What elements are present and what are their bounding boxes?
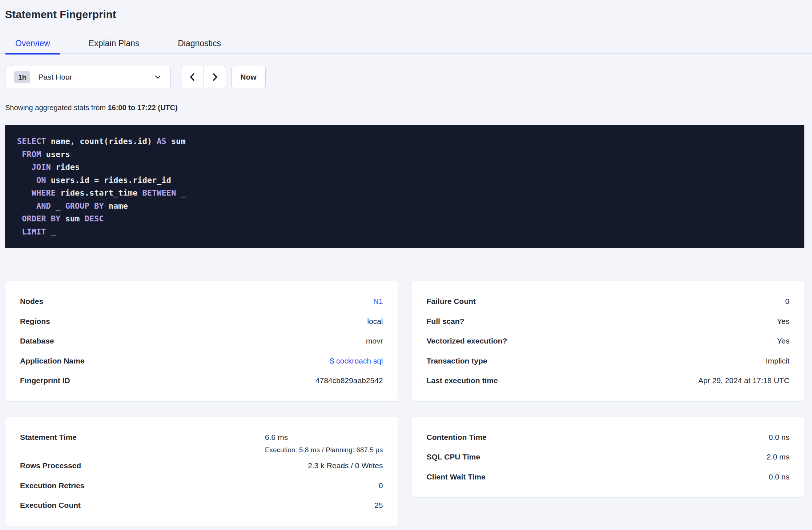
stat-value: Yes <box>777 317 789 325</box>
stat-row: Transaction typeImplicit <box>427 351 790 371</box>
stat-value: 2.3 k Reads / 0 Writes <box>308 461 383 470</box>
stat-value: Implicit <box>766 357 789 365</box>
chevron-right-icon <box>210 72 220 82</box>
stat-label: Client Wait Time <box>427 467 486 487</box>
statement-fingerprint-page: Statement Fingerprint OverviewExplain Pl… <box>0 9 812 526</box>
summary-cards-top: NodesN1RegionslocalDatabasemovrApplicati… <box>5 281 804 402</box>
chevron-left-icon <box>188 72 197 82</box>
time-range-picker[interactable]: 1h Past Hour <box>5 66 171 88</box>
sql-line: ORDER BY sum DESC <box>17 212 792 225</box>
stat-value: 2.0 ms <box>767 453 789 461</box>
stat-label: Statement Time <box>20 427 77 447</box>
stat-row: Full scan?Yes <box>427 312 790 332</box>
sql-line: WHERE rides.start_time BETWEEN _ <box>17 186 792 200</box>
interval-badge: 1h <box>14 71 30 83</box>
sql-line: ON users.id = rides.rider_id <box>17 174 792 187</box>
chevron-down-icon <box>154 73 162 81</box>
stat-row: Client Wait Time0.0 ns <box>427 467 790 487</box>
wait-times-card: Contention Time0.0 nsSQL CPU Time2.0 msC… <box>412 417 805 498</box>
stat-value: 0.0 ns <box>769 433 789 441</box>
statement-timing-card: Statement Time6.6 msExecution: 5.8 ms / … <box>5 417 398 526</box>
stat-row: NodesN1 <box>20 292 383 312</box>
stat-label: Regions <box>20 312 50 332</box>
tab-diagnostics[interactable]: Diagnostics <box>168 33 231 53</box>
tab-label: Overview <box>15 39 50 48</box>
stat-row: Application Name$ cockroach sql <box>20 351 383 371</box>
stat-row: Rows Processed2.3 k Reads / 0 Writes <box>20 456 383 476</box>
stat-label: Failure Count <box>427 292 476 312</box>
stat-row: Databasemovr <box>20 331 383 351</box>
stat-label: Contention Time <box>427 427 487 447</box>
stat-label: Rows Processed <box>20 456 81 476</box>
sql-line: FROM users <box>17 148 792 161</box>
time-controls: 1h Past Hour Now <box>5 66 812 88</box>
sql-line: SELECT name, count(rides.id) AS sum <box>17 135 792 148</box>
stat-value: 0 <box>785 297 789 305</box>
stat-label: Database <box>20 331 54 351</box>
stat-label: Nodes <box>20 292 43 312</box>
stat-value: local <box>367 317 383 325</box>
time-step-buttons <box>181 66 226 88</box>
stat-row: Vectorized execution?Yes <box>427 331 790 351</box>
stat-value: 6.6 ms <box>265 433 288 441</box>
execution-attributes-card: Failure Count0Full scan?YesVectorized ex… <box>412 281 805 402</box>
stat-row: Failure Count0 <box>427 292 790 312</box>
next-interval-button[interactable] <box>204 66 226 88</box>
stat-row: Contention Time0.0 ns <box>427 427 790 447</box>
stat-value: 25 <box>374 501 383 509</box>
stat-row: Last execution timeApr 29, 2024 at 17:18… <box>427 371 790 391</box>
sql-line: JOIN rides <box>17 161 792 174</box>
node-link[interactable]: N1 <box>373 297 383 305</box>
sql-line: LIMIT _ <box>17 225 792 238</box>
app-name-link[interactable]: $ cockroach sql <box>330 357 383 365</box>
stat-label: Execution Count <box>20 495 81 515</box>
tab-label: Explain Plans <box>89 39 139 48</box>
statement-details-card: NodesN1RegionslocalDatabasemovrApplicati… <box>5 281 398 402</box>
page-title: Statement Fingerprint <box>5 9 812 21</box>
aggregated-stats-summary: Showing aggregated stats from 16:00 to 1… <box>5 104 812 112</box>
stat-label: Execution Retries <box>20 476 84 496</box>
summary-prefix: Showing aggregated stats from <box>5 104 108 112</box>
stat-value: Yes <box>777 337 789 345</box>
stat-subvalue: Execution: 5.8 ms / Planning: 687.5 µs <box>265 444 383 456</box>
tab-label: Diagnostics <box>178 39 221 48</box>
summary-cards-bottom: Statement Time6.6 msExecution: 5.8 ms / … <box>5 417 804 526</box>
stat-label: Last execution time <box>427 371 498 391</box>
stat-row: SQL CPU Time2.0 ms <box>427 447 790 467</box>
summary-time-range: 16:00 to 17:22 (UTC) <box>108 104 177 112</box>
stat-label: Fingerprint ID <box>20 371 70 391</box>
tab-explain-plans[interactable]: Explain Plans <box>79 33 149 53</box>
now-button[interactable]: Now <box>231 66 266 88</box>
tab-overview[interactable]: Overview <box>5 33 60 53</box>
sql-line: AND _ GROUP BY name <box>17 200 792 213</box>
stat-value: 4784cb829aab2542 <box>315 376 383 385</box>
stat-row: Execution Retries0 <box>20 476 383 496</box>
stat-label: Transaction type <box>427 351 487 371</box>
stat-label: Full scan? <box>427 312 465 332</box>
stat-value: movr <box>366 337 383 345</box>
stat-row: Fingerprint ID4784cb829aab2542 <box>20 371 383 391</box>
stat-value: Apr 29, 2024 at 17:18 UTC <box>698 376 789 385</box>
previous-interval-button[interactable] <box>181 66 204 88</box>
time-range-label: Past Hour <box>38 73 72 81</box>
stat-row: Regionslocal <box>20 312 383 332</box>
sql-statement-box: SELECT name, count(rides.id) AS sum FROM… <box>5 125 804 248</box>
stat-value: 0 <box>379 481 383 490</box>
stat-label: SQL CPU Time <box>427 447 480 467</box>
stat-label: Vectorized execution? <box>427 331 507 351</box>
tabs-bar: OverviewExplain PlansDiagnostics <box>0 33 812 54</box>
stat-value: 0.0 ns <box>769 473 789 481</box>
stat-row: Execution Count25 <box>20 495 383 515</box>
stat-label: Application Name <box>20 351 84 371</box>
stat-row: Statement Time6.6 msExecution: 5.8 ms / … <box>20 427 383 456</box>
